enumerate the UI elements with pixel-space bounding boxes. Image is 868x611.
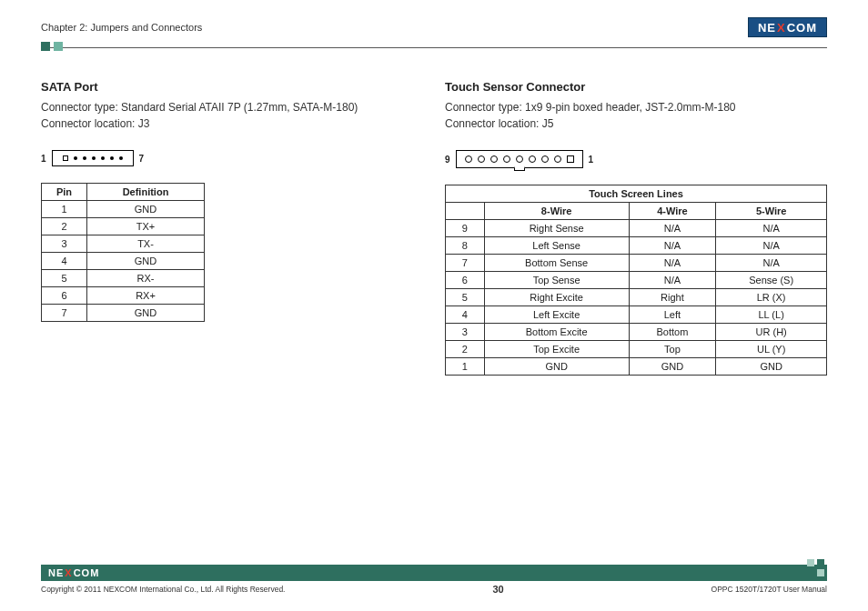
touch-title: Touch Sensor Connector (445, 80, 827, 94)
rule-line (41, 47, 827, 48)
pin-dot-icon (101, 156, 105, 160)
th-8wire: 8-Wire (484, 203, 629, 220)
touch-conn-type: Connector type: 1x9 9-pin boxed header, … (445, 99, 827, 115)
rule-square-light (54, 42, 63, 51)
logo-text-pre: NE (48, 567, 64, 578)
th-4wire: 4-Wire (629, 203, 716, 220)
j3-connector-diagram: 1 7 (41, 150, 390, 166)
footer: NEXCOM Copyright © 2011 NEXCOM Internati… (41, 565, 827, 595)
table-row: 1GNDGNDGND (446, 358, 827, 376)
th-def: Definition (87, 184, 205, 201)
table-row: 7GND (42, 305, 205, 322)
pin-square-icon (567, 155, 574, 163)
logo-text-x: X (65, 567, 72, 578)
pin-circle-icon (503, 155, 510, 163)
table-row: 6RX+ (42, 287, 205, 305)
square-icon (817, 559, 824, 566)
pin-dot-icon (119, 156, 123, 160)
square-icon (817, 569, 824, 576)
footer-row: Copyright © 2011 NEXCOM International Co… (41, 584, 827, 595)
manual-name: OPPC 1520T/1720T User Manual (712, 585, 827, 594)
table-row: 1GND (42, 201, 205, 218)
table-row: 6Top SenseN/ASense (S) (446, 272, 827, 289)
table-row: 7Bottom SenseN/AN/A (446, 255, 827, 272)
table-row: 4Left ExciteLeftLL (L) (446, 306, 827, 324)
j5-connector-diagram: 9 1 (445, 150, 827, 168)
chapter-title: Chapter 2: Jumpers and Connectors (41, 22, 202, 33)
j3-pin-table: Pin Definition 1GND 2TX+ 3TX- 4GND 5RX- … (41, 183, 205, 322)
page: Chapter 2: Jumpers and Connectors NEXCOM… (41, 16, 827, 595)
rule-square-dark (41, 42, 50, 51)
header: Chapter 2: Jumpers and Connectors NEXCOM (41, 16, 827, 38)
right-column: Touch Sensor Connector Connector type: 1… (445, 80, 827, 376)
pin-dot-icon (74, 156, 77, 160)
table-title-row: Touch Screen Lines (446, 185, 827, 203)
table-row: 5RX- (42, 270, 205, 287)
header-rule (41, 42, 827, 55)
content-columns: SATA Port Connector type: Standard Seria… (41, 80, 827, 376)
pin-dot-icon (92, 156, 96, 160)
pin-dot-icon (110, 156, 114, 160)
table-row: 9Right SenseN/AN/A (446, 220, 827, 237)
logo-text-x: X (777, 21, 786, 35)
connector-notch-icon (514, 166, 525, 171)
table-row: 4GND (42, 253, 205, 270)
j3-connector-box (52, 150, 134, 166)
sata-conn-type: Connector type: Standard Serial ATAII 7P… (41, 99, 390, 115)
footer-logo: NEXCOM (48, 567, 99, 578)
pin-circle-icon (541, 155, 549, 163)
table-row: 5Right ExciteRightLR (X) (446, 289, 827, 306)
sata-title: SATA Port (41, 80, 390, 94)
pin-circle-icon (478, 155, 485, 163)
pin-dot-icon (83, 156, 86, 160)
logo-text-post: COM (787, 21, 817, 35)
j5-pin-table: Touch Screen Lines 8-Wire 4-Wire 5-Wire … (445, 185, 827, 376)
j5-pin9-label: 9 (445, 155, 450, 165)
square-icon (807, 569, 814, 576)
th-blank (446, 203, 485, 220)
pin-circle-icon (465, 155, 472, 163)
th-5wire: 5-Wire (716, 203, 827, 220)
table-row: 3Bottom ExciteBottomUR (H) (446, 324, 827, 341)
copyright-text: Copyright © 2011 NEXCOM International Co… (41, 585, 285, 594)
th-pin: Pin (42, 184, 87, 201)
touch-conn-loc: Connector location: J5 (445, 115, 827, 132)
square-icon (807, 559, 814, 566)
pin-circle-icon (554, 155, 561, 163)
table-row: 2Top ExciteTopUL (Y) (446, 341, 827, 358)
table-row: 2TX+ (42, 218, 205, 235)
left-column: SATA Port Connector type: Standard Seria… (41, 80, 390, 376)
footer-bar: NEXCOM (41, 565, 827, 581)
table-header-row: Pin Definition (42, 184, 205, 201)
j3-pin1-label: 1 (41, 154, 46, 164)
table-header-row: 8-Wire 4-Wire 5-Wire (446, 203, 827, 220)
logo-text-post: COM (74, 567, 100, 578)
pin-square-icon (63, 155, 68, 161)
j5-pin1-label: 1 (589, 155, 594, 165)
logo-text-pre: NE (758, 21, 776, 35)
table-row: 3TX- (42, 235, 205, 253)
pin-circle-icon (529, 155, 536, 163)
pin-circle-icon (516, 155, 523, 163)
page-number: 30 (492, 584, 503, 595)
j3-pin7-label: 7 (139, 154, 145, 164)
j5-connector-box (456, 150, 583, 168)
nexcom-logo: NEXCOM (748, 17, 827, 37)
table-row: 8Left SenseN/AN/A (446, 237, 827, 255)
footer-corner-squares (807, 559, 827, 576)
sata-conn-loc: Connector location: J3 (41, 115, 390, 132)
table-title: Touch Screen Lines (446, 185, 827, 203)
pin-circle-icon (490, 155, 498, 163)
